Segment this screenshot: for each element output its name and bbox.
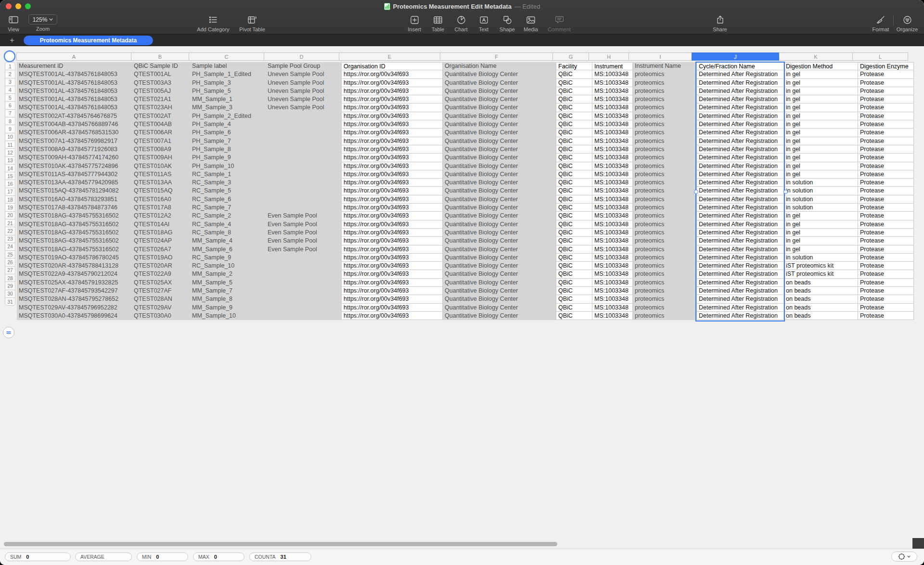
cell-H6[interactable]: MS:1003348 xyxy=(592,103,633,112)
cell-L4[interactable]: Protease xyxy=(858,87,914,95)
cell-D13[interactable] xyxy=(266,162,341,170)
cell-A19[interactable]: MSQTEST018AG-437845755316502 xyxy=(17,212,132,220)
cell-F29[interactable]: Quantitative Biology Center xyxy=(443,295,556,303)
row-number-6[interactable]: 6 xyxy=(5,101,15,109)
cell-J4[interactable]: Determined After Registration xyxy=(696,87,784,95)
cell-A31[interactable]: MSQTEST030A0-437845798699624 xyxy=(17,312,132,320)
cell-B8[interactable]: QTEST004AB xyxy=(132,120,190,128)
cell-K12[interactable]: in gel xyxy=(784,154,858,162)
cell-J15[interactable]: Determined After Registration xyxy=(696,179,784,187)
cell-I22[interactable]: proteomics xyxy=(633,237,696,245)
aggregate-pill-counta[interactable]: COUNTA31 xyxy=(249,552,311,561)
cell-D15[interactable] xyxy=(266,179,341,187)
cell-C6[interactable]: MM_Sample_3 xyxy=(190,103,266,112)
row-number-7[interactable]: 7 xyxy=(5,109,15,117)
cell-A5[interactable]: MSQTEST001AL-437845761848053 xyxy=(17,95,132,103)
cell-G3[interactable]: QBiC xyxy=(556,79,592,87)
cell-K8[interactable]: in gel xyxy=(784,120,858,128)
cell-B10[interactable]: QTEST007A1 xyxy=(132,137,190,145)
cell-E14[interactable]: https://ror.org/00v34f693 xyxy=(341,170,443,179)
cell-J16[interactable]: Determined After Registration xyxy=(696,187,784,195)
aggregate-pill-min[interactable]: MIN0 xyxy=(137,552,188,561)
cell-K6[interactable]: in gel xyxy=(784,103,858,112)
cell-L29[interactable]: Protease xyxy=(858,295,914,303)
cell-F4[interactable]: Quantitative Biology Center xyxy=(443,87,556,95)
cell-D4[interactable]: Uneven Sample Pool xyxy=(266,87,341,95)
cell-C14[interactable]: RC_Sample_1 xyxy=(190,170,266,179)
cell-C19[interactable]: RC_Sample_2 xyxy=(190,212,266,220)
cell-D10[interactable] xyxy=(266,137,341,145)
cell-C27[interactable]: MM_Sample_5 xyxy=(190,279,266,287)
cell-B7[interactable]: QTEST002AT xyxy=(132,112,190,120)
cell-E17[interactable]: https://ror.org/00v34f693 xyxy=(341,195,443,204)
cell-D2[interactable]: Uneven Sample Pool xyxy=(266,70,341,78)
cell-E16[interactable]: https://ror.org/00v34f693 xyxy=(341,187,443,195)
text-button[interactable]: Text xyxy=(474,14,493,32)
cell-E28[interactable]: https://ror.org/00v34f693 xyxy=(341,287,443,295)
aggregate-pill-sum[interactable]: SUM0 xyxy=(5,552,71,561)
cell-J24[interactable]: Determined After Registration xyxy=(696,254,784,262)
cell-K3[interactable]: in gel xyxy=(784,79,858,87)
row-number-28[interactable]: 28 xyxy=(5,274,15,282)
cell-H9[interactable]: MS:1003348 xyxy=(592,128,633,137)
cell-E11[interactable]: https://ror.org/00v34f693 xyxy=(341,145,443,154)
row-number-17[interactable]: 17 xyxy=(5,188,15,196)
cell-E23[interactable]: https://ror.org/00v34f693 xyxy=(341,245,443,254)
cell-H5[interactable]: MS:1003348 xyxy=(592,95,633,103)
cell-G7[interactable]: QBiC xyxy=(556,112,592,120)
cell-K19[interactable]: in gel xyxy=(784,212,858,220)
cell-C12[interactable]: PH_Sample_9 xyxy=(190,154,266,162)
cell-F10[interactable]: Quantitative Biology Center xyxy=(443,137,556,145)
cell-D19[interactable]: Even Sample Pool xyxy=(266,212,341,220)
cell-K17[interactable]: in solution xyxy=(784,195,858,204)
row-number-11[interactable]: 11 xyxy=(5,141,15,149)
cell-A13[interactable]: MSQTEST010AK-437845775724896 xyxy=(17,162,132,170)
cell-H3[interactable]: MS:1003348 xyxy=(592,79,633,87)
cell-D29[interactable] xyxy=(266,295,341,303)
cell-I24[interactable]: proteomics xyxy=(633,254,696,262)
cell-E24[interactable]: https://ror.org/00v34f693 xyxy=(341,254,443,262)
cell-C22[interactable]: MM_Sample_4 xyxy=(190,237,266,245)
row-number-23[interactable]: 23 xyxy=(5,235,15,243)
cell-H11[interactable]: MS:1003348 xyxy=(592,145,633,154)
cell-H30[interactable]: MS:1003348 xyxy=(592,304,633,312)
cell-G9[interactable]: QBiC xyxy=(556,128,592,137)
cell-F28[interactable]: Quantitative Biology Center xyxy=(443,287,556,295)
cell-A30[interactable]: MSQTEST029AV-437845796952282 xyxy=(17,304,132,312)
cell-I26[interactable]: proteomics xyxy=(633,270,696,278)
cell-J9[interactable]: Determined After Registration xyxy=(696,128,784,137)
cell-A3[interactable]: MSQTEST001AL-437845761848053 xyxy=(17,79,132,87)
row-number-10[interactable]: 10 xyxy=(5,133,15,141)
cell-E7[interactable]: https://ror.org/00v34f693 xyxy=(341,112,443,120)
cell-I5[interactable]: proteomics xyxy=(633,95,696,103)
cell-C10[interactable]: PH_Sample_7 xyxy=(190,137,266,145)
cell-E26[interactable]: https://ror.org/00v34f693 xyxy=(341,270,443,278)
cell-D5[interactable]: Uneven Sample Pool xyxy=(266,95,341,103)
cell-C16[interactable]: RC_Sample_5 xyxy=(190,187,266,195)
cell-D12[interactable] xyxy=(266,154,341,162)
row-number-27[interactable]: 27 xyxy=(5,266,15,274)
cell-A11[interactable]: MSQTEST008A9-437845771926083 xyxy=(17,145,132,154)
cell-K20[interactable]: in gel xyxy=(784,220,858,229)
cell-A7[interactable]: MSQTEST002AT-437845764676875 xyxy=(17,112,132,120)
sheet-canvas[interactable]: ABCDEFGHIJKL 123456789101112131415161718… xyxy=(0,46,924,549)
cell-H15[interactable]: MS:1003348 xyxy=(592,179,633,187)
cell-I8[interactable]: proteomics xyxy=(633,120,696,128)
cell-G1[interactable]: Facility xyxy=(556,62,592,70)
cell-H19[interactable]: MS:1003348 xyxy=(592,212,633,220)
cell-J8[interactable]: Determined After Registration xyxy=(696,120,784,128)
row-number-4[interactable]: 4 xyxy=(5,86,15,94)
cell-B27[interactable]: QTEST025AX xyxy=(132,279,190,287)
cell-K5[interactable]: in gel xyxy=(784,95,858,103)
media-button[interactable]: Media xyxy=(520,14,542,32)
cell-A29[interactable]: MSQTEST028AN-437845795278652 xyxy=(17,295,132,303)
cell-L20[interactable]: Protease xyxy=(858,220,914,229)
cell-H23[interactable]: MS:1003348 xyxy=(592,245,633,254)
share-button[interactable]: Share xyxy=(708,14,732,32)
shape-button[interactable]: Shape xyxy=(496,14,518,32)
cell-J6[interactable]: Determined After Registration xyxy=(696,103,784,112)
cell-K31[interactable]: on beads xyxy=(784,312,858,320)
cell-K24[interactable]: in solution xyxy=(784,254,858,262)
cell-K29[interactable]: on beads xyxy=(784,295,858,303)
cell-K7[interactable]: in gel xyxy=(784,112,858,120)
